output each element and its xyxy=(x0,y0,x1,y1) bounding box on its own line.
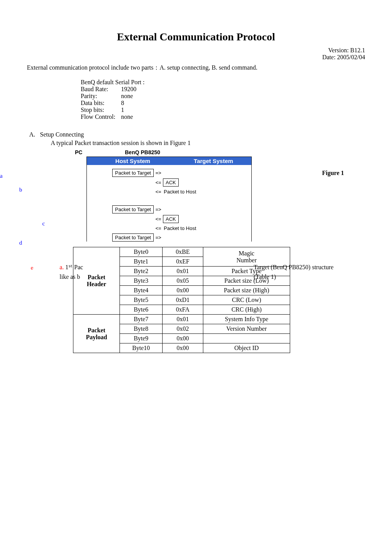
serial-label: Stop bits: xyxy=(81,107,121,113)
ack-box: ACK xyxy=(163,178,179,187)
packet-payload-group: PacketPayload xyxy=(73,315,120,353)
serial-heading: BenQ default Serial Port : xyxy=(81,79,365,86)
table-cell: Packet size (High) xyxy=(203,286,290,295)
table-cell: CRC (Low) xyxy=(203,295,290,305)
version-text: Version: B12.1 xyxy=(27,47,365,54)
arrow-left-icon: <= xyxy=(154,216,163,222)
packet-to-host-text: Packet to Host xyxy=(163,225,197,232)
table-cell: Byte9 xyxy=(120,334,163,343)
packet-to-target-box: Packet to Target xyxy=(112,205,154,213)
annot-a: a xyxy=(0,173,3,179)
table-cell: 0xBE xyxy=(163,247,203,257)
annot-d: d xyxy=(19,240,22,246)
table-cell: 0x02 xyxy=(163,324,203,334)
table-cell: Byte6 xyxy=(120,305,163,315)
table-cell: Byte7 xyxy=(120,315,163,324)
arrow-left-icon: <= xyxy=(154,225,163,231)
serial-value: 19200 xyxy=(121,86,136,93)
target-system-header: Target System xyxy=(177,158,250,164)
serial-value: none xyxy=(121,93,133,100)
serial-port-block: BenQ default Serial Port : Baud Rate: 19… xyxy=(81,79,365,120)
page-title: External Communication Protocol xyxy=(27,31,365,43)
table-cell: Packet size (Low) xyxy=(203,276,290,286)
packet-to-target-box: Packet to Target xyxy=(112,233,154,242)
serial-label: Baud Rate: xyxy=(81,86,121,93)
table-cell: 0x00 xyxy=(163,334,203,343)
section-a-heading: A. Setup Connecting xyxy=(27,131,365,138)
arrow-left-icon: <= xyxy=(154,189,163,195)
ack-box: ACK xyxy=(163,215,179,223)
table-cell: 0x01 xyxy=(163,315,203,324)
arrow-right-icon: => xyxy=(154,207,163,212)
annot-e: e xyxy=(31,265,33,271)
table-cell: Byte10 xyxy=(120,343,163,353)
table-cell: 0x01 xyxy=(163,267,203,276)
date-text: Date: 2005/02/04 xyxy=(27,54,365,61)
table-cell: Byte2 xyxy=(120,267,163,276)
section-title: Setup Connecting xyxy=(40,131,84,138)
figure-1-label: Figure 1 xyxy=(322,170,344,177)
arrow-right-icon: => xyxy=(154,170,163,176)
packet-header-group: PacketHeader xyxy=(73,247,120,315)
table-cell: Object ID xyxy=(203,343,290,353)
packet-structure-table: PacketHeader Byte0 0xBE MagicNumber Byte… xyxy=(73,247,290,353)
table-cell: 0xD1 xyxy=(163,295,203,305)
serial-label: Data bits: xyxy=(81,100,121,107)
overlap-a-prefix: a. xyxy=(60,264,64,270)
table-cell: 0xFA xyxy=(163,305,203,315)
pc-label: PC xyxy=(75,149,82,155)
serial-label: Flow Control: xyxy=(81,113,121,120)
serial-label: Parity: xyxy=(81,93,121,100)
table-cell: Byte3 xyxy=(120,276,163,286)
annot-b: b xyxy=(19,187,22,193)
table-cell: 0x00 xyxy=(163,286,203,295)
table-cell: 0x00 xyxy=(163,343,203,353)
table-cell: Byte0 xyxy=(120,247,163,257)
annot-c: c xyxy=(42,220,45,227)
arrow-right-icon: => xyxy=(154,235,163,240)
section-letter: A. xyxy=(29,131,40,138)
serial-value: none xyxy=(121,113,133,120)
benq-label: BenQ PB8250 xyxy=(125,149,160,155)
table-cell: 0xEF xyxy=(163,257,203,267)
sequence-diagram: PC BenQ PB8250 Figure 1 Host System Targ… xyxy=(86,151,252,243)
table-cell: Byte1 xyxy=(120,257,163,267)
serial-value: 1 xyxy=(121,107,124,113)
table-cell: Packet Type xyxy=(203,267,290,276)
table-cell: System Info Type xyxy=(203,315,290,324)
table-cell: Byte8 xyxy=(120,324,163,334)
arrow-left-icon: <= xyxy=(154,180,163,185)
serial-value: 8 xyxy=(121,100,124,107)
section-a-desc: A typical Packet transaction session is … xyxy=(51,140,365,147)
table-cell xyxy=(203,334,290,343)
host-system-header: Host System xyxy=(88,158,177,164)
table-cell: 0x05 xyxy=(163,276,203,286)
packet-to-host-text: Packet to Host xyxy=(163,188,197,195)
table-cell: Byte5 xyxy=(120,295,163,305)
table-cell: Byte4 xyxy=(120,286,163,295)
table-cell: MagicNumber xyxy=(203,247,290,267)
table-cell: CRC (High) xyxy=(203,305,290,315)
intro-text: External communication protocol include … xyxy=(27,64,365,72)
packet-to-target-box: Packet to Target xyxy=(112,169,154,177)
table-cell: Version Number xyxy=(203,324,290,334)
